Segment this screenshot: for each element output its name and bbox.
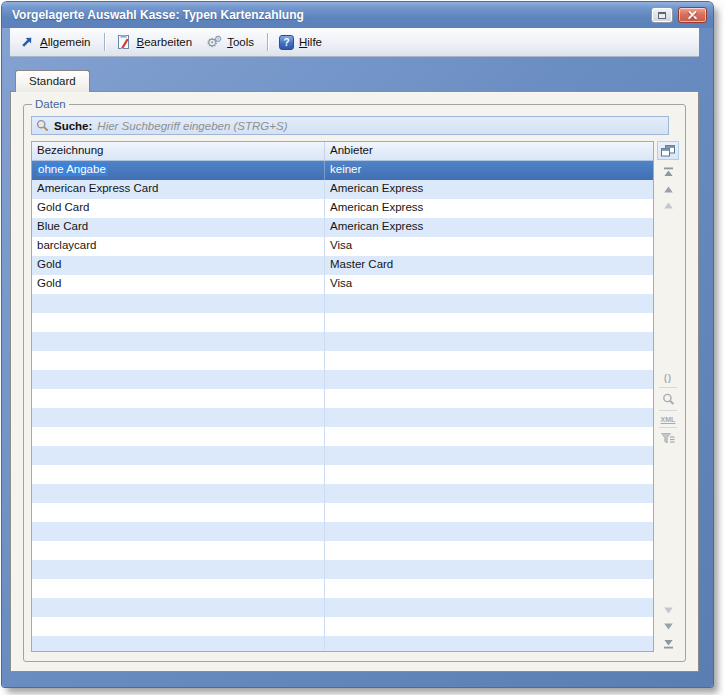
table-row-empty bbox=[32, 484, 653, 503]
scroll-bottom-icon[interactable] bbox=[663, 639, 674, 649]
cell-anbieter[interactable]: American Express bbox=[325, 199, 653, 218]
cell-anbieter bbox=[325, 617, 653, 636]
table-row-empty bbox=[32, 332, 653, 351]
toolbar-button-hilfe[interactable]: ? Hilfe bbox=[274, 32, 329, 53]
cell-bezeichnung[interactable]: Gold bbox=[32, 256, 325, 275]
cell-bezeichnung bbox=[32, 579, 325, 598]
toolbar: Allgemein Bearbeiten ⚙⚙ Tools bbox=[10, 28, 699, 57]
cell-bezeichnung[interactable]: American Express Card bbox=[32, 180, 325, 199]
toolbar-button-tools[interactable]: ⚙⚙ Tools bbox=[201, 31, 261, 53]
cell-anbieter bbox=[325, 446, 653, 465]
cell-bezeichnung bbox=[32, 294, 325, 313]
table-row-empty bbox=[32, 560, 653, 579]
cell-bezeichnung[interactable]: Gold bbox=[32, 275, 325, 294]
table-row-empty bbox=[32, 636, 653, 651]
cell-bezeichnung[interactable]: ohne Angabe bbox=[32, 161, 325, 180]
tab-standard[interactable]: Standard bbox=[15, 70, 90, 92]
cell-anbieter bbox=[325, 370, 653, 389]
scroll-down-icon[interactable] bbox=[663, 623, 674, 630]
column-chooser-icon bbox=[661, 145, 675, 157]
zoom-icon[interactable] bbox=[659, 388, 677, 411]
xml-icon[interactable]: XML bbox=[659, 411, 677, 428]
column-header-bezeichnung[interactable]: Bezeichnung bbox=[32, 142, 325, 160]
table-row-empty bbox=[32, 446, 653, 465]
table-row-empty bbox=[32, 408, 653, 427]
focused-cell-highlight: ohne Angabe bbox=[37, 163, 108, 176]
page-down-icon[interactable] bbox=[663, 607, 674, 614]
table-row-empty bbox=[32, 465, 653, 484]
cell-bezeichnung bbox=[32, 636, 325, 651]
restore-button[interactable] bbox=[651, 7, 673, 23]
cell-anbieter bbox=[325, 598, 653, 617]
cell-anbieter[interactable]: keiner bbox=[325, 161, 653, 180]
toolbar-separator bbox=[104, 33, 105, 51]
cell-anbieter bbox=[325, 427, 653, 446]
table-row[interactable]: GoldVisa bbox=[32, 275, 653, 294]
search-bar[interactable]: Suche: Hier Suchbegriff eingeben (STRG+S… bbox=[31, 116, 669, 135]
cell-anbieter[interactable]: Visa bbox=[325, 237, 653, 256]
table-row[interactable]: barclaycardVisa bbox=[32, 237, 653, 256]
cell-bezeichnung[interactable]: Blue Card bbox=[32, 218, 325, 237]
toolbar-button-bearbeiten[interactable]: Bearbeiten bbox=[111, 31, 200, 53]
cell-bezeichnung[interactable]: barclaycard bbox=[32, 237, 325, 256]
table-row-empty bbox=[32, 579, 653, 598]
search-label: Suche: bbox=[54, 120, 92, 132]
table-row-empty bbox=[32, 541, 653, 560]
gears-icon: ⚙⚙ bbox=[206, 34, 222, 50]
table-row-empty bbox=[32, 294, 653, 313]
column-chooser-button[interactable] bbox=[657, 141, 679, 160]
cell-anbieter[interactable]: American Express bbox=[325, 180, 653, 199]
cell-anbieter[interactable]: American Express bbox=[325, 218, 653, 237]
table-row[interactable]: American Express CardAmerican Express bbox=[32, 180, 653, 199]
scroll-up-icon[interactable] bbox=[663, 186, 674, 193]
page-up-icon[interactable] bbox=[663, 202, 674, 209]
nav-middle-group: () XML bbox=[659, 368, 677, 448]
cell-bezeichnung bbox=[32, 522, 325, 541]
table-row[interactable]: Gold CardAmerican Express bbox=[32, 199, 653, 218]
scroll-top-icon[interactable] bbox=[663, 167, 674, 177]
grid-area: Bezeichnung Anbieter ohne AngabekeinerAm… bbox=[31, 141, 679, 652]
cell-bezeichnung bbox=[32, 617, 325, 636]
cell-bezeichnung bbox=[32, 408, 325, 427]
cell-bezeichnung[interactable]: Gold Card bbox=[32, 199, 325, 218]
filter-icon[interactable] bbox=[659, 428, 677, 448]
cell-anbieter bbox=[325, 294, 653, 313]
groupbox-label: Daten bbox=[32, 98, 69, 110]
cell-bezeichnung bbox=[32, 332, 325, 351]
arrow-up-right-icon bbox=[19, 34, 35, 50]
search-icon bbox=[36, 119, 49, 132]
tab-page: Daten Suche: Hier Suchbegriff eingeben (… bbox=[10, 91, 699, 672]
table-row-empty bbox=[32, 313, 653, 332]
cell-anbieter bbox=[325, 503, 653, 522]
toolbar-label: Tools bbox=[227, 36, 254, 48]
toolbar-button-allgemein[interactable]: Allgemein bbox=[14, 31, 98, 53]
restore-icon bbox=[658, 12, 666, 19]
grid-navigator: () XML bbox=[659, 160, 677, 652]
table-row-empty bbox=[32, 522, 653, 541]
table-row[interactable]: GoldMaster Card bbox=[32, 256, 653, 275]
cell-bezeichnung bbox=[32, 427, 325, 446]
title-bar[interactable]: Vorgelagerte Auswahl Kasse: Typen Karten… bbox=[2, 2, 713, 28]
column-header-anbieter[interactable]: Anbieter bbox=[325, 142, 653, 160]
cell-bezeichnung bbox=[32, 446, 325, 465]
cell-anbieter bbox=[325, 522, 653, 541]
close-button[interactable] bbox=[678, 7, 707, 23]
cell-bezeichnung bbox=[32, 465, 325, 484]
desktop: Vorgelagerte Auswahl Kasse: Typen Karten… bbox=[0, 0, 724, 695]
cell-bezeichnung bbox=[32, 370, 325, 389]
cell-anbieter bbox=[325, 408, 653, 427]
brackets-icon[interactable]: () bbox=[659, 368, 677, 388]
window-controls bbox=[651, 7, 707, 23]
cell-anbieter bbox=[325, 541, 653, 560]
table-row-empty bbox=[32, 427, 653, 446]
cell-anbieter bbox=[325, 560, 653, 579]
cell-anbieter[interactable]: Visa bbox=[325, 275, 653, 294]
cell-bezeichnung bbox=[32, 541, 325, 560]
table-row-empty bbox=[32, 389, 653, 408]
cell-anbieter bbox=[325, 465, 653, 484]
table-row[interactable]: Blue CardAmerican Express bbox=[32, 218, 653, 237]
cell-anbieter[interactable]: Master Card bbox=[325, 256, 653, 275]
table-row[interactable]: ohne Angabekeiner bbox=[32, 161, 653, 180]
help-icon: ? bbox=[279, 35, 294, 50]
table-row-empty bbox=[32, 503, 653, 522]
